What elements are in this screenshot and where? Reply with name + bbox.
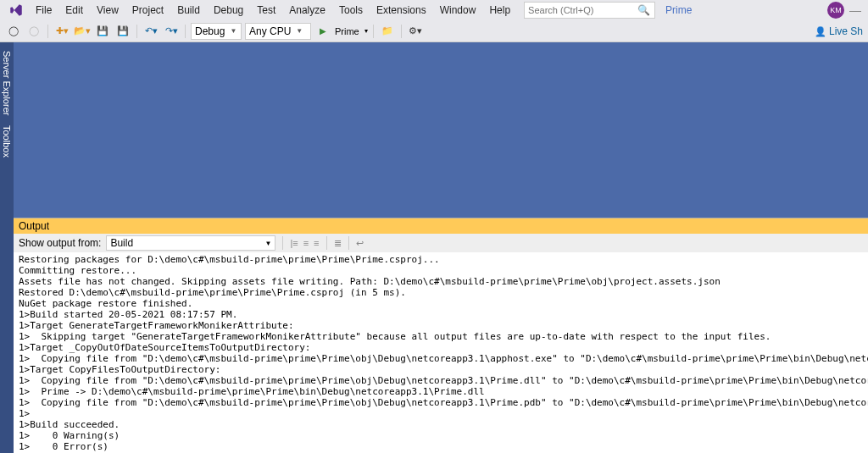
vs-logo-icon — [8, 3, 24, 18]
platform-combo[interactable]: Any CPU▼ — [245, 23, 311, 40]
output-toolbar: Show output from: Build▼ |≡ ≡ ≡ ≣ ↩ — [14, 234, 868, 252]
goto-prev-icon[interactable]: |≡ — [290, 238, 298, 248]
nav-fwd-icon[interactable]: ◯ — [25, 23, 42, 40]
save-all-icon[interactable]: 💾 — [114, 23, 131, 40]
menu-window[interactable]: Window — [433, 2, 483, 19]
run-button[interactable]: ▶ — [314, 23, 331, 40]
output-panel: Output ▼ 📌 ✕ Show output from: Build▼ |≡… — [14, 218, 868, 453]
live-share-button[interactable]: 👤 Live Sh — [815, 25, 868, 37]
editor-area — [14, 42, 868, 218]
menu-tools[interactable]: Tools — [332, 2, 370, 19]
minimize-icon[interactable]: — — [849, 3, 861, 17]
wrap-icon[interactable]: ↩ — [356, 238, 364, 249]
app-title: Prime — [665, 4, 692, 16]
menu-help[interactable]: Help — [482, 2, 517, 19]
menu-file[interactable]: File — [29, 2, 58, 19]
menu-edit[interactable]: Edit — [58, 2, 90, 19]
output-title-bar[interactable]: Output ▼ 📌 ✕ — [14, 218, 868, 234]
menu-analyze[interactable]: Analyze — [282, 2, 332, 19]
rail-server-explorer[interactable]: Server Explorer — [0, 46, 14, 120]
output-source-label: Show output from: — [19, 237, 101, 249]
menu-test[interactable]: Test — [250, 2, 282, 19]
menu-view[interactable]: View — [90, 2, 125, 19]
output-text[interactable]: Restoring packages for D:\demo\c#\msbuil… — [14, 252, 868, 453]
standard-toolbar: ◯ ◯ ✚▾ 📂▾ 💾 💾 ↶▾ ↷▾ Debug▼ Any CPU▼ ▶ Pr… — [0, 20, 868, 42]
redo-icon[interactable]: ↷▾ — [163, 23, 180, 40]
left-rail: Server Explorer Toolbox — [0, 42, 14, 453]
save-icon[interactable]: 💾 — [94, 23, 111, 40]
folder-icon[interactable]: 📁 — [379, 23, 396, 40]
undo-icon[interactable]: ↶▾ — [142, 23, 159, 40]
menu-bar: File Edit View Project Build Debug Test … — [0, 0, 868, 20]
search-input[interactable] — [525, 5, 637, 15]
nav-back-icon[interactable]: ◯ — [5, 23, 22, 40]
search-icon: 🔍 — [637, 4, 650, 16]
goto-icon[interactable]: ≡ — [314, 238, 319, 248]
goto-next-icon[interactable]: ≡ — [303, 238, 309, 248]
user-avatar[interactable]: KM — [827, 2, 844, 19]
new-project-icon[interactable]: ✚▾ — [53, 23, 70, 40]
run-label[interactable]: Prime — [335, 26, 359, 36]
menu-project[interactable]: Project — [125, 2, 170, 19]
menu-extensions[interactable]: Extensions — [370, 2, 433, 19]
quick-search[interactable]: 🔍 — [524, 2, 655, 19]
config-combo[interactable]: Debug▼ — [191, 23, 242, 40]
menu-debug[interactable]: Debug — [207, 2, 250, 19]
open-icon[interactable]: 📂▾ — [74, 23, 91, 40]
output-source-combo[interactable]: Build▼ — [106, 235, 275, 251]
clear-icon[interactable]: ≣ — [334, 238, 342, 249]
rail-toolbox[interactable]: Toolbox — [0, 120, 14, 163]
settings-icon[interactable]: ⚙▾ — [407, 23, 424, 40]
menu-build[interactable]: Build — [170, 2, 207, 19]
